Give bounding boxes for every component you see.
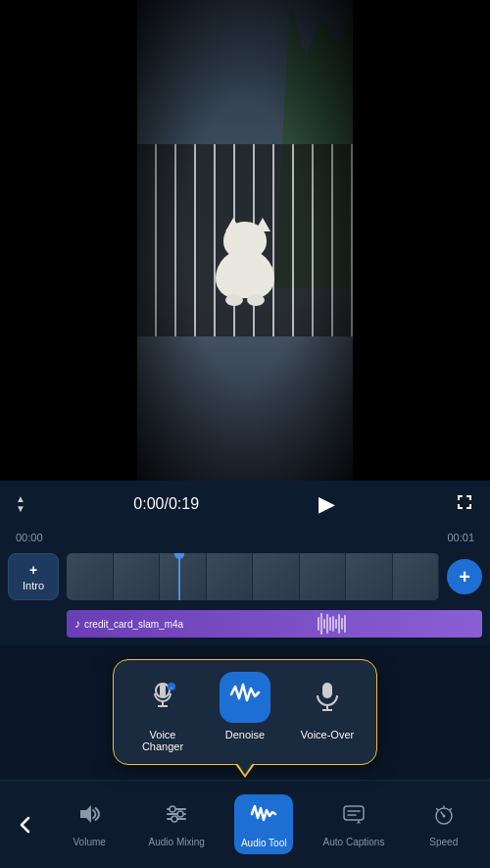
track-thumbnails <box>67 553 439 600</box>
track-thumb-3 <box>160 553 207 600</box>
wave-bar <box>320 613 322 635</box>
cat-body <box>206 230 284 298</box>
auto-captions-icon <box>341 801 367 833</box>
toolbar-item-volume[interactable]: Volume <box>60 795 119 853</box>
popup-arrow-inner <box>237 763 253 775</box>
toolbar-item-speed[interactable]: Speed <box>415 795 473 853</box>
cat-scene <box>137 0 353 481</box>
toolbar-item-audio-tool[interactable]: Audio Tool <box>234 794 293 854</box>
video-inner <box>137 0 353 481</box>
toolbar-label-speed: Speed <box>429 837 458 847</box>
track-thumb-8 <box>393 553 440 600</box>
track-thumb-2 <box>114 553 161 600</box>
denoise-label: Denoise <box>225 729 265 740</box>
track-thumb-5 <box>253 553 300 600</box>
play-button[interactable]: ▶ <box>308 485 347 524</box>
audio-waveform <box>316 610 482 638</box>
voice-changer-label: VoiceChanger <box>142 729 183 752</box>
audio-mixing-icon <box>164 801 189 833</box>
wave-bar <box>332 616 334 633</box>
denoise-icon <box>227 677 263 719</box>
svg-point-14 <box>177 811 183 817</box>
svg-rect-6 <box>322 683 332 698</box>
back-button[interactable] <box>4 803 47 846</box>
timeline-ruler: 00:00 00:01 <box>0 528 490 547</box>
voice-over-label: Voice-Over <box>301 729 354 740</box>
track-thumb-1 <box>67 553 114 600</box>
toolbar-label-auto-captions: Auto Captions <box>323 837 385 847</box>
wave-bar <box>318 617 319 631</box>
track-thumb-7 <box>346 553 393 600</box>
bottom-toolbar: Volume Audio Mixing <box>0 780 490 868</box>
svg-point-20 <box>442 815 445 818</box>
intro-plus-icon: + <box>29 562 37 578</box>
audio-track-row: ♪ credit_card_slam_m4a <box>0 606 490 641</box>
svg-text:~: ~ <box>170 685 173 690</box>
ruler-start: 00:00 <box>16 532 43 543</box>
toolbar-items: Volume Audio Mixing <box>47 794 486 854</box>
video-track-row: + Intro + <box>0 547 490 606</box>
timeline-playhead <box>178 553 180 600</box>
wave-bar <box>344 615 346 633</box>
voice-changer-icon: ~ <box>145 677 180 719</box>
popup-item-voice-changer[interactable]: ~ VoiceChanger <box>129 672 196 752</box>
svg-point-13 <box>170 806 175 812</box>
audio-track-icon: ♪ <box>74 617 80 631</box>
track-thumb-4 <box>207 553 254 600</box>
audio-track-label: credit_card_slam_m4a <box>84 619 183 630</box>
popup-item-denoise[interactable]: Denoise <box>212 672 278 752</box>
timeline-area: 00:00 00:01 + Intro + <box>0 528 490 645</box>
cat-paws <box>223 286 267 306</box>
time-display: 0:00/0:19 <box>133 495 199 513</box>
voice-changer-icon-wrap: ~ <box>137 672 188 723</box>
cat-paw-left <box>225 294 243 306</box>
wave-bar <box>329 617 331 630</box>
toolbar-label-audio-mixing: Audio Mixing <box>149 837 205 847</box>
audio-track[interactable]: ♪ credit_card_slam_m4a <box>67 610 482 638</box>
wave-bar <box>341 618 343 630</box>
voice-over-icon <box>310 677 345 719</box>
toolbar-item-audio-mixing[interactable]: Audio Mixing <box>145 795 209 853</box>
intro-button[interactable]: + Intro <box>8 553 59 600</box>
video-track[interactable] <box>67 553 439 600</box>
voice-over-icon-wrap <box>302 672 353 723</box>
wave-bar <box>335 619 337 630</box>
toolbar-label-volume: Volume <box>74 837 106 847</box>
svg-rect-1 <box>160 684 166 697</box>
audio-tool-icon <box>250 800 277 834</box>
playback-controls: ▲ ▼ 0:00/0:19 ▶ <box>0 481 490 528</box>
speed-icon <box>431 801 457 833</box>
svg-marker-9 <box>80 805 91 823</box>
toolbar-item-auto-captions[interactable]: Auto Captions <box>319 795 389 853</box>
expand-icon[interactable]: ▲ ▼ <box>16 494 25 514</box>
ruler-end: 00:01 <box>447 532 474 543</box>
svg-rect-16 <box>344 806 364 820</box>
track-thumb-6 <box>300 553 347 600</box>
video-preview <box>0 0 490 481</box>
svg-point-15 <box>172 816 177 822</box>
audio-submenu-popup: ~ VoiceChanger Denoise <box>113 659 377 765</box>
fullscreen-button[interactable] <box>455 492 474 517</box>
popup-item-voice-over[interactable]: Voice-Over <box>294 672 361 752</box>
intro-label: Intro <box>23 580 44 591</box>
wave-bar <box>338 614 340 634</box>
wave-bar <box>323 619 325 629</box>
add-track-button[interactable]: + <box>447 559 482 594</box>
wave-bar <box>326 614 328 633</box>
cat-paw-right <box>247 294 265 306</box>
volume-icon <box>76 801 102 833</box>
cat-torso <box>216 249 274 298</box>
denoise-icon-wrap <box>220 672 270 723</box>
toolbar-label-audio-tool: Audio Tool <box>241 838 287 848</box>
